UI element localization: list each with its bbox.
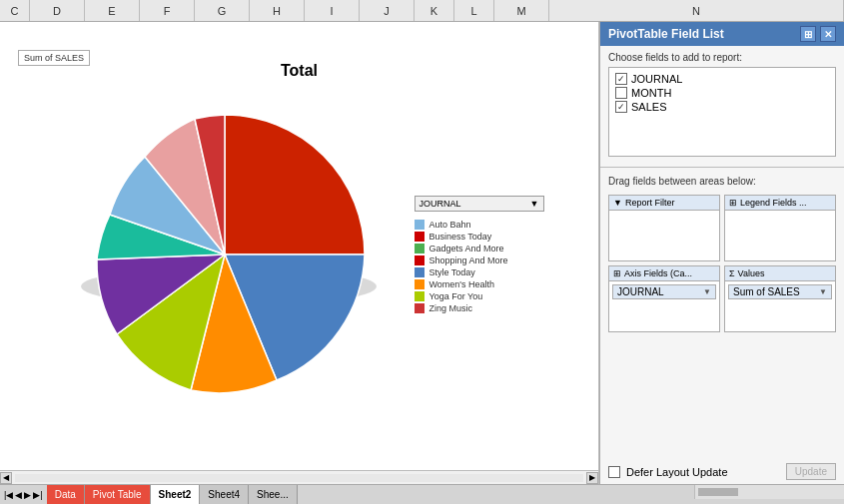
report-filter-header: ▼ Report Filter — [609, 196, 719, 211]
pivot-panel-header: PivotTable Field List ⊞ ✕ — [600, 22, 844, 46]
tab-sheet-other[interactable]: Shee... — [249, 485, 298, 504]
tab-scrollbar[interactable] — [694, 485, 844, 499]
legend-dropdown-label: JOURNAL — [420, 199, 461, 209]
drop-zones: ▼ Report Filter ⊞ Legend Fields ... ⊞ Ax… — [600, 191, 844, 336]
report-filter-body — [609, 211, 719, 260]
col-f: F — [140, 0, 195, 21]
divider — [600, 167, 844, 168]
legend-label-5: Women's Health — [429, 279, 495, 289]
tab-spacer — [298, 485, 694, 504]
sheet-tabs-bar: |◀ ◀ ▶ ▶| Data Pivot Table Sheet2 Sheet4… — [0, 484, 844, 504]
pivot-close-btn[interactable]: ✕ — [820, 26, 836, 42]
col-h: H — [250, 0, 305, 21]
journal-label: JOURNAL — [631, 73, 682, 85]
defer-label: Defer Layout Update — [626, 466, 728, 478]
horizontal-scrollbar[interactable]: ◀ ▶ — [0, 470, 598, 484]
scroll-track[interactable] — [15, 474, 583, 482]
legend-item-1: Business Today — [415, 232, 544, 242]
axis-fields-zone[interactable]: ⊞ Axis Fields (Ca... JOURNAL ▼ — [608, 265, 720, 332]
legend-fields-zone[interactable]: ⊞ Legend Fields ... — [724, 195, 836, 261]
sum-of-sales-item[interactable]: Sum of SALES ▼ — [728, 284, 832, 299]
update-button[interactable]: Update — [786, 463, 836, 480]
col-g: G — [195, 0, 250, 21]
field-journal[interactable]: ✓ JOURNAL — [613, 72, 831, 86]
legend-color-3 — [415, 255, 424, 265]
sales-label: SALES — [631, 101, 666, 113]
axis-grid-icon: ⊞ — [613, 268, 621, 278]
values-body: Sum of SALES ▼ — [725, 281, 835, 331]
legend-color-4 — [415, 267, 424, 277]
col-n: N — [549, 0, 844, 21]
values-label: Values — [738, 268, 765, 278]
field-month[interactable]: MONTH — [613, 86, 831, 100]
tab-sheet4[interactable]: Sheet4 — [200, 485, 249, 504]
col-k: K — [415, 0, 454, 21]
legend-color-0 — [415, 220, 424, 230]
col-i: I — [305, 0, 360, 21]
tab-prev-btn[interactable]: ◀ — [15, 490, 22, 500]
tab-last-btn[interactable]: ▶| — [33, 490, 42, 500]
col-d: D — [30, 0, 85, 21]
journal-checkbox[interactable]: ✓ — [615, 73, 627, 85]
legend-color-7 — [415, 303, 424, 313]
report-filter-zone[interactable]: ▼ Report Filter — [608, 195, 720, 261]
axis-journal-item[interactable]: JOURNAL ▼ — [612, 284, 716, 299]
legend-label-0: Auto Bahn — [429, 220, 471, 230]
tab-pivot-table[interactable]: Pivot Table — [85, 485, 151, 504]
pivot-header-buttons: ⊞ ✕ — [800, 26, 836, 42]
col-c: C — [0, 0, 30, 21]
choose-fields-label: Choose fields to add to report: — [608, 52, 836, 63]
legend-grid-icon: ⊞ — [729, 198, 737, 208]
legend-color-2 — [415, 244, 424, 253]
chart-title: Total — [10, 62, 588, 80]
axis-fields-label: Axis Fields (Ca... — [624, 268, 692, 278]
col-l: L — [454, 0, 494, 21]
legend-fields-body — [725, 211, 835, 260]
axis-journal-label: JOURNAL — [617, 286, 664, 297]
legend-area: JOURNAL ▼ Auto Bahn Business Today Gadge… — [415, 196, 544, 313]
month-checkbox[interactable] — [615, 87, 627, 99]
legend-item-0: Auto Bahn — [415, 220, 544, 230]
legend-dropdown[interactable]: JOURNAL ▼ — [415, 196, 544, 212]
legend-label-2: Gadgets And More — [429, 244, 504, 253]
legend-label-4: Style Today — [429, 267, 475, 277]
sigma-icon: Σ — [729, 268, 735, 278]
legend-item-3: Shopping And More — [415, 255, 544, 265]
legend-fields-label: Legend Fields ... — [740, 198, 807, 208]
pivot-footer: Defer Layout Update Update — [600, 459, 844, 484]
chart-container: Sum of SALES Total — [0, 22, 598, 470]
scroll-left-btn[interactable]: ◀ — [0, 472, 12, 484]
legend-item-2: Gadgets And More — [415, 244, 544, 253]
report-filter-label: Report Filter — [625, 198, 675, 208]
legend-label-1: Business Today — [429, 232, 492, 242]
chart-content: JOURNAL ▼ Auto Bahn Business Today Gadge… — [10, 85, 588, 424]
legend-label-3: Shopping And More — [429, 255, 508, 265]
legend-fields-header: ⊞ Legend Fields ... — [725, 196, 835, 211]
defer-checkbox[interactable] — [608, 466, 620, 478]
scroll-right-btn[interactable]: ▶ — [586, 472, 598, 484]
sum-label: Sum of SALES — [18, 50, 90, 66]
field-sales[interactable]: ✓ SALES — [613, 100, 831, 114]
legend-label-6: Yoga For You — [429, 291, 483, 301]
tab-next-btn[interactable]: ▶ — [24, 490, 31, 500]
axis-dropdown-arrow[interactable]: ▼ — [703, 287, 711, 296]
sales-checkbox[interactable]: ✓ — [615, 101, 627, 113]
values-zone[interactable]: Σ Values Sum of SALES ▼ — [724, 265, 836, 332]
drag-section-label: Drag fields between areas below: — [600, 172, 844, 191]
values-dropdown-arrow[interactable]: ▼ — [819, 287, 827, 296]
tab-sheet2[interactable]: Sheet2 — [151, 485, 201, 504]
pivot-layout-btn[interactable]: ⊞ — [800, 26, 816, 42]
tab-scroll-thumb[interactable] — [698, 488, 738, 496]
field-list: ✓ JOURNAL MONTH ✓ SALES — [608, 67, 836, 157]
legend-color-5 — [415, 279, 424, 289]
col-e: E — [85, 0, 140, 21]
legend-item-7: Zing Music — [415, 303, 544, 313]
pivot-panel-title: PivotTable Field List — [608, 27, 724, 41]
tab-data[interactable]: Data — [47, 485, 85, 504]
tab-first-btn[interactable]: |◀ — [4, 490, 13, 500]
sum-of-sales-label: Sum of SALES — [733, 286, 800, 297]
dropdown-arrow-icon: ▼ — [530, 199, 539, 209]
legend-color-6 — [415, 291, 424, 301]
values-header: Σ Values — [725, 266, 835, 281]
col-j: J — [360, 0, 415, 21]
